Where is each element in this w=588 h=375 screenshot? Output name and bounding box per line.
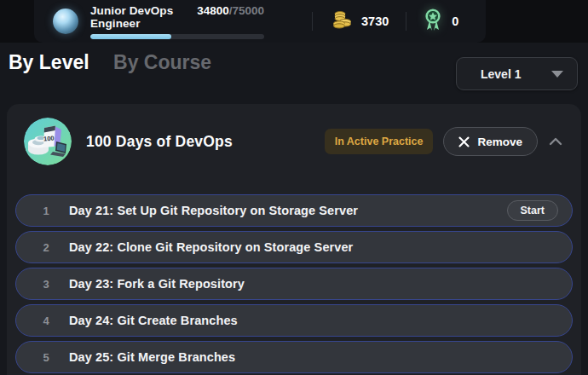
tab-by-level[interactable]: By Level — [9, 51, 89, 74]
badges-stat[interactable]: 0 — [422, 8, 458, 35]
task-title: Day 21: Set Up Git Repository on Storage… — [69, 204, 358, 217]
task-row[interactable]: 1 Day 21: Set Up Git Repository on Stora… — [15, 194, 573, 227]
remove-button[interactable]: Remove — [443, 127, 538, 156]
xp-counter: 34800/75000 — [197, 4, 264, 17]
remove-button-label: Remove — [477, 136, 522, 148]
coins-stat[interactable]: 3730 — [331, 9, 389, 34]
xp-progress-track — [90, 34, 264, 39]
task-number: 4 — [40, 314, 52, 327]
course-card: 100 100 Days of DevOps In Active Practic… — [7, 104, 581, 375]
divider — [406, 12, 406, 31]
task-row[interactable]: 3 Day 23: Fork a Git Repository — [15, 268, 573, 300]
xp-progress-fill — [90, 34, 171, 39]
close-icon — [458, 136, 470, 147]
avatar[interactable] — [53, 9, 78, 34]
course-title: 100 Days of DevOps — [86, 133, 233, 151]
rank-title: Junior DevOps Engineer — [90, 4, 197, 30]
task-title: Day 24: Git Create Branches — [69, 314, 238, 327]
divider — [312, 12, 313, 31]
medal-icon — [422, 8, 444, 35]
coins-icon — [331, 9, 354, 34]
task-title: Day 23: Fork a Git Repository — [69, 277, 245, 291]
topbar: Junior DevOps Engineer 34800/75000 — [0, 0, 588, 43]
task-number: 1 — [40, 205, 52, 217]
task-number: 3 — [40, 278, 52, 291]
level-dropdown-value: Level 1 — [481, 67, 551, 81]
status-badge: In Active Practice — [325, 129, 434, 154]
tab-by-course[interactable]: By Course — [113, 51, 211, 74]
badges-count: 0 — [452, 14, 458, 28]
task-row[interactable]: 5 Day 25: Git Merge Branches — [15, 341, 573, 373]
task-row[interactable]: 2 Day 22: Clone Git Repository on Storag… — [15, 231, 573, 263]
svg-text:100: 100 — [43, 135, 55, 143]
task-number: 5 — [40, 351, 52, 364]
xp-current: 34800 — [197, 4, 229, 17]
caret-down-icon — [551, 71, 563, 78]
task-title: Day 25: Git Merge Branches — [69, 350, 235, 364]
task-row[interactable]: 4 Day 24: Git Create Branches — [15, 304, 573, 337]
task-title: Day 22: Clone Git Repository on Storage … — [69, 240, 353, 254]
tabs-row: By Level By Course Level 1 — [0, 51, 588, 94]
task-number: 2 — [40, 241, 52, 254]
level-dropdown[interactable]: Level 1 — [456, 57, 578, 90]
course-card-header: 100 100 Days of DevOps In Active Practic… — [7, 104, 581, 179]
profile-info: Junior DevOps Engineer 34800/75000 — [90, 4, 264, 39]
task-list: 1 Day 21: Set Up Git Repository on Stora… — [7, 179, 581, 373]
topbar-panel: Junior DevOps Engineer 34800/75000 — [34, 0, 486, 43]
start-button[interactable]: Start — [507, 200, 558, 221]
coins-count: 3730 — [361, 14, 389, 28]
course-icon: 100 — [24, 118, 72, 165]
chevron-up-icon[interactable] — [549, 137, 562, 146]
xp-total: /75000 — [229, 4, 264, 17]
